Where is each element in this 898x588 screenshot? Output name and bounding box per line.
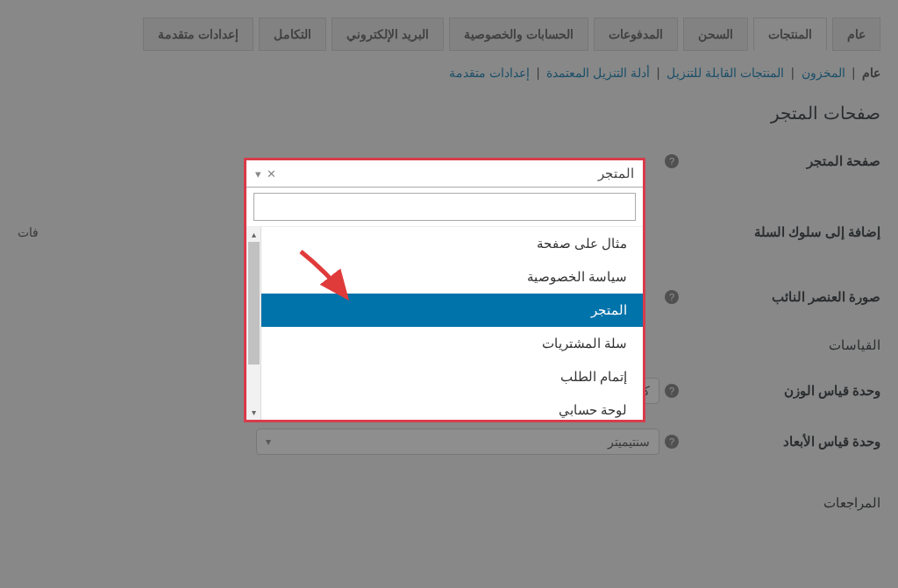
option-example-page[interactable]: مثال على صفحة	[246, 227, 643, 260]
primary-tabs: عام المنتجات السحن المدفوعات الحسابات وا…	[18, 18, 880, 50]
tab-integration[interactable]: التكامل	[259, 18, 326, 51]
dropdown-header: المتجر ✕ ▾	[246, 160, 643, 188]
tab-general[interactable]: عام	[832, 18, 880, 51]
label-add-to-cart: إضافة إلى سلوك السلة	[679, 225, 880, 239]
option-cart[interactable]: سلة المشتريات	[246, 327, 643, 360]
option-privacy[interactable]: سياسة الخصوصية	[246, 260, 643, 294]
dropdown-scrollbar[interactable]: ▴ ▾	[246, 227, 261, 420]
tab-shipping[interactable]: السحن	[683, 18, 748, 51]
option-shop[interactable]: المتجر	[246, 294, 643, 327]
tab-products[interactable]: المنتجات	[753, 18, 827, 51]
label-shop-page: صفحة المتجر	[679, 154, 880, 168]
shop-page-dropdown: المتجر ✕ ▾ مثال على صفحة سياسة الخصوصية …	[244, 158, 645, 422]
label-placeholder-image: صورة العنصر النائب	[679, 290, 880, 304]
scroll-thumb[interactable]	[248, 242, 260, 365]
section-shop-pages: صفحات المتجر	[18, 103, 880, 124]
help-icon[interactable]: ?	[665, 154, 679, 168]
section-reviews: المراجعات	[18, 495, 880, 511]
dimensions-unit-select[interactable]: سنتيميتر ▾	[256, 429, 659, 455]
subnav-advanced[interactable]: إعدادات متقدمة	[449, 66, 530, 80]
dropdown-list: مثال على صفحة سياسة الخصوصية المتجر سلة …	[246, 227, 643, 420]
chevron-down-icon: ▾	[266, 436, 271, 448]
option-account[interactable]: لوحة حسابي	[246, 393, 643, 420]
help-icon[interactable]: ?	[665, 435, 679, 449]
option-checkout[interactable]: إتمام الطلب	[246, 360, 643, 393]
scroll-up-icon[interactable]: ▴	[246, 227, 261, 242]
sub-nav: عام | المخزون | المنتجات القابلة للتنزيل…	[18, 66, 880, 80]
chevron-down-icon[interactable]: ▾	[255, 167, 261, 181]
label-dimensions-unit: وحدة قياس الأبعاد	[679, 435, 880, 449]
clear-icon[interactable]: ✕	[267, 167, 276, 181]
dropdown-search-wrap	[246, 188, 643, 227]
row-dimensions-unit: وحدة قياس الأبعاد ? سنتيميتر ▾	[18, 429, 880, 455]
subnav-general[interactable]: عام	[862, 66, 880, 80]
tab-payments[interactable]: المدفوعات	[594, 18, 678, 51]
scroll-down-icon[interactable]: ▾	[246, 405, 261, 420]
tab-emails[interactable]: البريد الإلكتروني	[331, 18, 444, 51]
tab-advanced[interactable]: إعدادات متقدمة	[143, 18, 253, 51]
partial-text: فات	[18, 225, 39, 239]
dropdown-selected: المتجر	[598, 166, 634, 181]
dimensions-unit-value: سنتيميتر	[608, 435, 650, 449]
help-icon[interactable]: ?	[665, 384, 679, 398]
tab-accounts[interactable]: الحسابات والخصوصية	[449, 18, 588, 51]
subnav-downloadable[interactable]: المنتجات القابلة للتنزيل	[666, 66, 784, 80]
subnav-inventory[interactable]: المخزون	[802, 66, 845, 80]
label-weight-unit: وحدة قياس الوزن	[679, 384, 880, 398]
subnav-download-dirs[interactable]: أدلة التنزيل المعتمدة	[546, 66, 650, 80]
help-icon[interactable]: ?	[665, 290, 679, 304]
dropdown-search-input[interactable]	[253, 193, 636, 221]
